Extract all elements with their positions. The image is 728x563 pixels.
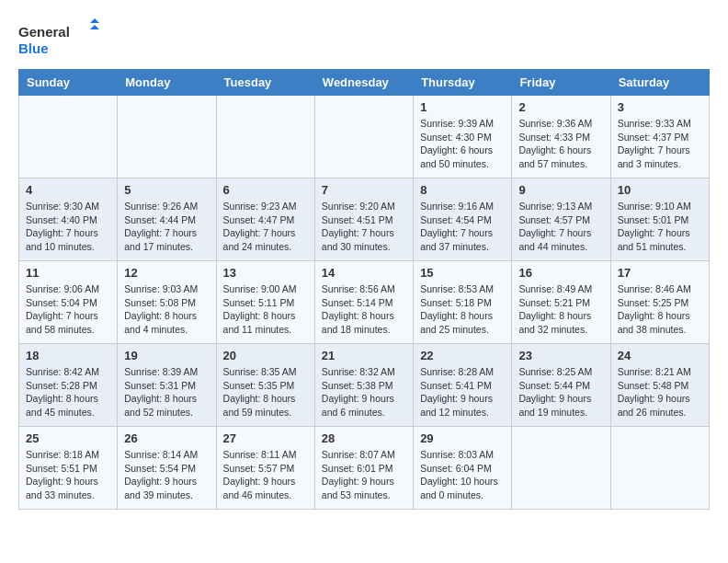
day-number: 1: [420, 100, 505, 114]
calendar-cell: 13Sunrise: 9:00 AM Sunset: 5:11 PM Dayli…: [216, 261, 314, 344]
day-info: Sunrise: 9:20 AM Sunset: 4:51 PM Dayligh…: [322, 200, 406, 254]
day-number: 6: [223, 183, 308, 197]
calendar-cell: [610, 427, 709, 510]
day-number: 16: [518, 266, 603, 280]
day-number: 3: [618, 100, 702, 114]
calendar-cell: 2Sunrise: 9:36 AM Sunset: 4:33 PM Daylig…: [512, 96, 610, 178]
calendar-cell: 28Sunrise: 8:07 AM Sunset: 6:01 PM Dayli…: [314, 427, 413, 510]
calendar-cell: [314, 96, 413, 178]
svg-marker-2: [90, 18, 99, 23]
calendar-cell: 5Sunrise: 9:26 AM Sunset: 4:44 PM Daylig…: [118, 178, 216, 261]
calendar-cell: 12Sunrise: 9:03 AM Sunset: 5:08 PM Dayli…: [118, 261, 216, 344]
day-info: Sunrise: 8:07 AM Sunset: 6:01 PM Dayligh…: [322, 448, 406, 502]
day-number: 12: [124, 266, 209, 280]
week-row-2: 4Sunrise: 9:30 AM Sunset: 4:40 PM Daylig…: [19, 178, 710, 261]
day-number: 11: [26, 266, 110, 280]
day-number: 14: [322, 266, 406, 280]
calendar-cell: 19Sunrise: 8:39 AM Sunset: 5:31 PM Dayli…: [118, 344, 216, 427]
day-number: 20: [223, 349, 308, 362]
calendar-cell: 4Sunrise: 9:30 AM Sunset: 4:40 PM Daylig…: [19, 178, 118, 261]
day-info: Sunrise: 8:46 AM Sunset: 5:25 PM Dayligh…: [618, 282, 702, 337]
day-info: Sunrise: 8:14 AM Sunset: 5:54 PM Dayligh…: [124, 448, 209, 502]
day-info: Sunrise: 9:36 AM Sunset: 4:33 PM Dayligh…: [518, 117, 603, 171]
weekday-header-saturday: Saturday: [610, 70, 709, 96]
calendar-cell: 20Sunrise: 8:35 AM Sunset: 5:35 PM Dayli…: [216, 344, 314, 427]
calendar-cell: 14Sunrise: 8:56 AM Sunset: 5:14 PM Dayli…: [314, 261, 413, 344]
calendar-cell: [512, 427, 610, 510]
day-number: 19: [124, 349, 209, 362]
calendar-cell: 8Sunrise: 9:16 AM Sunset: 4:54 PM Daylig…: [414, 178, 512, 261]
calendar-cell: 7Sunrise: 9:20 AM Sunset: 4:51 PM Daylig…: [314, 178, 413, 261]
day-info: Sunrise: 9:33 AM Sunset: 4:37 PM Dayligh…: [618, 117, 702, 171]
weekday-header-monday: Monday: [118, 70, 216, 96]
day-number: 4: [26, 183, 110, 197]
day-info: Sunrise: 9:00 AM Sunset: 5:11 PM Dayligh…: [223, 282, 308, 337]
day-number: 7: [322, 183, 406, 197]
day-number: 21: [322, 349, 406, 362]
calendar-cell: 10Sunrise: 9:10 AM Sunset: 5:01 PM Dayli…: [610, 178, 709, 261]
calendar-cell: 16Sunrise: 8:49 AM Sunset: 5:21 PM Dayli…: [512, 261, 610, 344]
calendar-cell: 6Sunrise: 9:23 AM Sunset: 4:47 PM Daylig…: [216, 178, 314, 261]
day-info: Sunrise: 8:03 AM Sunset: 6:04 PM Dayligh…: [420, 448, 505, 502]
weekday-header-row: SundayMondayTuesdayWednesdayThursdayFrid…: [19, 70, 710, 96]
day-number: 27: [223, 431, 308, 445]
calendar-cell: 25Sunrise: 8:18 AM Sunset: 5:51 PM Dayli…: [19, 427, 118, 510]
calendar-cell: 26Sunrise: 8:14 AM Sunset: 5:54 PM Dayli…: [118, 427, 216, 510]
calendar-cell: 22Sunrise: 8:28 AM Sunset: 5:41 PM Dayli…: [414, 344, 512, 427]
day-number: 8: [420, 183, 505, 197]
calendar-cell: 18Sunrise: 8:42 AM Sunset: 5:28 PM Dayli…: [19, 344, 118, 427]
day-number: 2: [518, 100, 603, 114]
week-row-5: 25Sunrise: 8:18 AM Sunset: 5:51 PM Dayli…: [19, 427, 710, 510]
calendar-cell: 24Sunrise: 8:21 AM Sunset: 5:48 PM Dayli…: [610, 344, 709, 427]
day-info: Sunrise: 8:11 AM Sunset: 5:57 PM Dayligh…: [223, 448, 308, 502]
day-info: Sunrise: 9:10 AM Sunset: 5:01 PM Dayligh…: [618, 200, 702, 254]
day-info: Sunrise: 9:23 AM Sunset: 4:47 PM Dayligh…: [223, 200, 308, 254]
calendar-cell: 29Sunrise: 8:03 AM Sunset: 6:04 PM Dayli…: [414, 427, 512, 510]
day-number: 9: [518, 183, 603, 197]
day-info: Sunrise: 8:32 AM Sunset: 5:38 PM Dayligh…: [322, 365, 406, 419]
calendar-cell: [19, 96, 118, 178]
day-info: Sunrise: 8:53 AM Sunset: 5:18 PM Dayligh…: [420, 282, 505, 337]
svg-text:Blue: Blue: [18, 40, 49, 56]
day-number: 15: [420, 266, 505, 280]
week-row-4: 18Sunrise: 8:42 AM Sunset: 5:28 PM Dayli…: [19, 344, 710, 427]
day-info: Sunrise: 8:25 AM Sunset: 5:44 PM Dayligh…: [518, 365, 603, 419]
calendar-cell: 15Sunrise: 8:53 AM Sunset: 5:18 PM Dayli…: [414, 261, 512, 344]
day-number: 5: [124, 183, 209, 197]
day-info: Sunrise: 9:30 AM Sunset: 4:40 PM Dayligh…: [26, 200, 110, 254]
weekday-header-wednesday: Wednesday: [314, 70, 413, 96]
calendar-cell: 23Sunrise: 8:25 AM Sunset: 5:44 PM Dayli…: [512, 344, 610, 427]
logo: General Blue: [18, 18, 101, 60]
day-number: 24: [618, 349, 702, 362]
day-info: Sunrise: 9:16 AM Sunset: 4:54 PM Dayligh…: [420, 200, 505, 254]
day-number: 28: [322, 431, 406, 445]
weekday-header-friday: Friday: [512, 70, 610, 96]
day-info: Sunrise: 9:13 AM Sunset: 4:57 PM Dayligh…: [518, 200, 603, 254]
day-info: Sunrise: 9:26 AM Sunset: 4:44 PM Dayligh…: [124, 200, 209, 254]
calendar-cell: [118, 96, 216, 178]
calendar-table: SundayMondayTuesdayWednesdayThursdayFrid…: [18, 69, 710, 510]
day-number: 29: [420, 431, 505, 445]
day-info: Sunrise: 8:28 AM Sunset: 5:41 PM Dayligh…: [420, 365, 505, 419]
calendar-cell: 11Sunrise: 9:06 AM Sunset: 5:04 PM Dayli…: [19, 261, 118, 344]
day-info: Sunrise: 8:35 AM Sunset: 5:35 PM Dayligh…: [223, 365, 308, 419]
weekday-header-tuesday: Tuesday: [216, 70, 314, 96]
day-number: 23: [518, 349, 603, 362]
day-number: 25: [26, 431, 110, 445]
day-number: 26: [124, 431, 209, 445]
day-info: Sunrise: 8:21 AM Sunset: 5:48 PM Dayligh…: [618, 365, 702, 419]
day-info: Sunrise: 9:39 AM Sunset: 4:30 PM Dayligh…: [420, 117, 505, 171]
calendar-cell: [216, 96, 314, 178]
calendar-cell: 17Sunrise: 8:46 AM Sunset: 5:25 PM Dayli…: [610, 261, 709, 344]
svg-text:General: General: [18, 24, 70, 40]
calendar-cell: 9Sunrise: 9:13 AM Sunset: 4:57 PM Daylig…: [512, 178, 610, 261]
day-number: 10: [618, 183, 702, 197]
day-number: 13: [223, 266, 308, 280]
day-info: Sunrise: 8:42 AM Sunset: 5:28 PM Dayligh…: [26, 365, 110, 419]
weekday-header-sunday: Sunday: [19, 70, 118, 96]
day-info: Sunrise: 9:03 AM Sunset: 5:08 PM Dayligh…: [124, 282, 209, 337]
calendar-cell: 1Sunrise: 9:39 AM Sunset: 4:30 PM Daylig…: [414, 96, 512, 178]
svg-marker-3: [90, 25, 99, 29]
week-row-3: 11Sunrise: 9:06 AM Sunset: 5:04 PM Dayli…: [19, 261, 710, 344]
logo-svg: General Blue: [18, 18, 101, 60]
